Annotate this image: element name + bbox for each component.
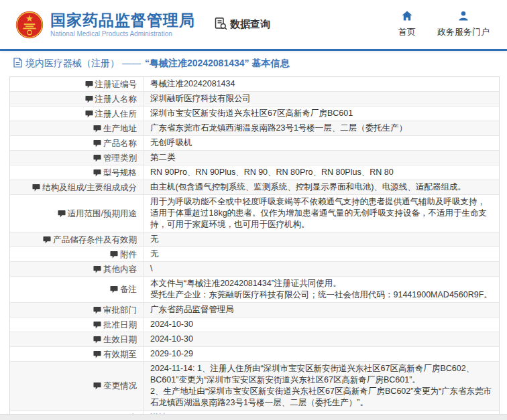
row-label: 备注 — [10, 277, 144, 302]
data-query-tab[interactable]: 数据查询 — [214, 17, 270, 33]
row-label: 审批部门 — [10, 303, 144, 317]
row-label-text: 审批部门 — [103, 305, 137, 316]
logo-text: 国家药品监督管理局 National Medical Products Admi… — [50, 11, 195, 38]
row-value: 无创呼吸机 — [144, 136, 499, 150]
row-label: 产品名称 — [10, 136, 144, 150]
national-emblem-logo — [15, 10, 44, 40]
table-row: 备注 本文件与“粤械注准20242081434”注册证共同使用。 受托生产企业：… — [10, 277, 499, 303]
site-subtitle: National Medical Products Administration — [50, 30, 195, 38]
row-label-text: 注册人名称 — [95, 94, 137, 104]
table-row: 型号规格 RN 90Pro、RN 90Plus、RN 90、RN 80Pro、R… — [10, 165, 499, 180]
row-label: 批准日期 — [10, 318, 144, 332]
row-value-text: 无 — [150, 234, 159, 245]
table-row: 附件 无 — [10, 247, 499, 262]
row-value: 无 — [144, 247, 499, 261]
row-label: 变更情况 — [10, 362, 144, 410]
row-label: 注册人名称 — [10, 92, 144, 106]
breadcrumb-current: “粤械注准20242081434” 基本信息 — [145, 58, 290, 70]
comment-icon — [85, 80, 93, 88]
row-label-text: 批准日期 — [103, 320, 137, 330]
footer-strip — [0, 414, 507, 420]
row-value: 用于为呼吸功能不全或中轻度呼吸衰竭等不依赖通气支持的患者提供通气辅助及呼吸支持，… — [144, 195, 499, 232]
comment-icon — [110, 285, 118, 293]
row-value: 深圳融昕医疗科技有限公司 — [144, 92, 499, 106]
table-row: 管理类别 第二类 — [10, 151, 499, 165]
row-label-text: 注册证编号 — [95, 79, 137, 90]
row-value: 本文件与“粤械注准20242081434”注册证共同使用。 受托生产企业：东莞融… — [144, 277, 499, 302]
row-label-text: 变更情况 — [103, 380, 137, 391]
home-icon — [402, 11, 412, 23]
comment-icon — [43, 236, 51, 244]
row-value: \ — [144, 262, 499, 276]
row-label-text: 备注 — [120, 284, 137, 295]
row-value-text: 无创呼吸机 — [150, 137, 192, 149]
row-label-text: 产品储存条件及有效期 — [53, 234, 137, 245]
comment-icon — [58, 210, 66, 218]
row-label-text: 产品名称 — [103, 138, 137, 149]
row-value: 广东省药品监督管理局 — [144, 303, 499, 317]
row-label-text: 型号规格 — [103, 167, 137, 178]
comment-icon — [93, 306, 101, 314]
row-value: 第二类 — [144, 151, 499, 165]
row-value-text: 2029-10-29 — [150, 348, 193, 360]
row-label: 管理类别 — [10, 151, 144, 165]
comment-icon — [93, 350, 101, 358]
user-icon — [458, 11, 469, 23]
row-label: 注册人住所 — [10, 107, 144, 121]
comment-icon — [93, 336, 101, 344]
nav-item-home[interactable]: 首页 — [398, 11, 416, 38]
row-label: 生产地址 — [10, 121, 144, 135]
row-value: 无 — [144, 232, 499, 247]
nav-label-portal: 政务服务门户 — [437, 26, 490, 38]
table-row: 其他内容 \ — [10, 262, 499, 277]
row-value: 2024-10-30 — [144, 318, 499, 332]
row-value-text: 广东省药品监督管理局 — [150, 304, 234, 316]
site-title: 国家药品监督管理局 — [50, 11, 195, 29]
comment-icon — [85, 95, 93, 103]
table-row: 注册人住所 深圳市宝安区新安街道兴东社区67区高新奇厂房BC601 — [10, 107, 499, 121]
row-label-text: 生产地址 — [103, 123, 137, 134]
row-value-text: 深圳融昕医疗科技有限公司 — [150, 93, 251, 104]
row-value-text: RN 90Pro、RN 90Plus、RN 90、RN 80Pro、RN 80P… — [150, 167, 394, 178]
row-label: 注册证编号 — [10, 77, 144, 91]
row-value-text: 2024-10-30 — [150, 319, 193, 330]
row-value: 由主机(包含通气控制系统、监测系统、控制显示界面和电池)、电源线、适配器组成。 — [144, 180, 499, 194]
row-label: 适用范围/预期用途 — [10, 195, 144, 232]
data-query-label: 数据查询 — [230, 18, 270, 31]
row-label: 附件 — [10, 247, 144, 261]
row-value-text: 2024-11-14: 1、注册人住所由“深圳市宝安区新安街道兴东社区67区高新… — [150, 363, 492, 409]
nav-item-portal[interactable]: 政务服务门户 — [437, 11, 490, 38]
row-label-text: 其他内容 — [103, 264, 137, 275]
comment-icon — [93, 139, 101, 147]
table-row: 产品名称 无创呼吸机 — [10, 136, 499, 151]
row-value: RN 90Pro、RN 90Plus、RN 90、RN 80Pro、RN 80P… — [144, 165, 499, 180]
row-value: 粤械注准20242081434 — [144, 77, 499, 91]
row-value-text: 粤械注准20242081434 — [150, 78, 235, 90]
row-value-text: 本文件与“粤械注准20242081434”注册证共同使用。 受托生产企业：东莞融… — [150, 278, 492, 301]
row-label-text: 生效日期 — [103, 334, 137, 345]
nav-label-home: 首页 — [398, 26, 416, 38]
row-label-text: 注册人住所 — [95, 109, 137, 119]
row-value-text: 由主机(包含通气控制系统、监测系统、控制显示界面和电池)、电源线、适配器组成。 — [150, 182, 466, 193]
row-value: 广东省东莞市石龙镇西湖温泉南路23号1号楼一层、二层（委托生产） — [144, 121, 499, 135]
row-label-text: 结构及组成/主要组成成分 — [42, 182, 137, 193]
page-header: 国家药品监督管理局 National Medical Products Admi… — [0, 0, 507, 51]
row-label-text: 有效期至 — [103, 349, 137, 360]
table-row: 注册人名称 深圳融昕医疗科技有限公司 — [10, 92, 499, 107]
row-label-text: 附件 — [120, 249, 137, 260]
table-row: 结构及组成/主要组成成分 由主机(包含通气控制系统、监测系统、控制显示界面和电池… — [10, 180, 499, 195]
row-label: 结构及组成/主要组成成分 — [10, 180, 144, 194]
row-value: 深圳市宝安区新安街道兴东社区67区高新奇厂房BC601 — [144, 107, 499, 121]
comment-icon — [85, 110, 93, 118]
row-value-text: 2024-10-30 — [150, 334, 193, 345]
table-row: 有效期至 2029-10-29 — [10, 347, 499, 362]
breadcrumb-category: 境内医疗器械（注册） —— — [25, 58, 141, 70]
data-query-icon — [214, 17, 227, 33]
row-label-text: 管理类别 — [103, 153, 137, 163]
row-value-text: 无 — [150, 249, 159, 260]
comment-icon — [93, 265, 101, 273]
table-row: 注册证编号 粤械注准20242081434 — [10, 77, 499, 92]
top-nav: 首页 政务服务门户 — [398, 11, 498, 38]
row-value-text: \ — [150, 263, 152, 275]
comment-icon — [93, 125, 101, 133]
